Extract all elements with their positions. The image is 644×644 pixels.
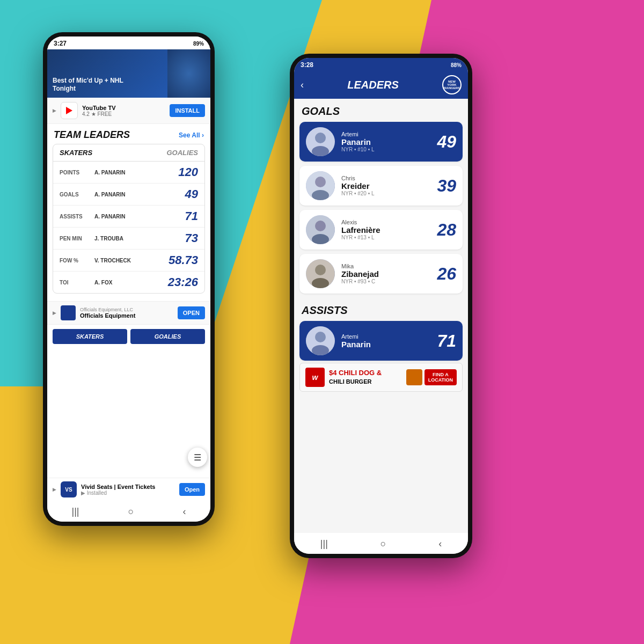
vivid-seats-ad: ▶ VS Vivid Seats | Event Tickets ▶ Insta…	[47, 478, 210, 501]
phone-left-inner: 3:27 89% Best of Mic'd Up + NHL Tonight …	[47, 36, 210, 522]
kreider-info: Chris Kreider NYR • #20 • L	[341, 175, 430, 196]
svg-point-10	[315, 265, 326, 275]
stat-label-toi: TOI	[60, 280, 94, 286]
stat-player-toi: A. FOX	[94, 280, 160, 286]
svg-point-4	[315, 177, 326, 187]
goals-player-lafreniere[interactable]: Alexis Lafrenière NYR • #13 • L 28	[299, 210, 463, 250]
panarin-assists-info: Artemi Panarin	[341, 333, 430, 349]
panarin-avatar	[306, 127, 335, 156]
goals-player-panarin[interactable]: Artemi Panarin NYR • #10 • L 49	[299, 122, 463, 162]
panarin-goals-stat: 49	[437, 132, 456, 152]
stat-value-goals: 49	[160, 187, 198, 201]
status-bar-right: 3:28 88%	[294, 58, 468, 71]
hero-title-line1: Best of Mic'd Up + NHL	[53, 77, 123, 85]
panarin-info: Artemi Panarin NYR • #10 • L	[341, 131, 430, 152]
lafreniere-last: Lafrenière	[341, 225, 430, 235]
stat-player-goals: A. PANARIN	[94, 192, 160, 197]
zibanejad-goals-stat: 26	[437, 264, 456, 284]
back-button-right[interactable]: ‹	[301, 79, 304, 91]
time-left: 3:27	[54, 40, 67, 47]
vivid-icon: VS	[61, 481, 77, 497]
stat-row-fow: FOW % V. TROCHECK 58.73	[53, 250, 204, 272]
hero-player-image	[167, 49, 210, 98]
stat-row-penmin: PEN MIN J. TROUBA 73	[53, 228, 204, 250]
lafreniere-goals-stat: 28	[437, 220, 456, 240]
wendys-action: FIND ALOCATION	[406, 369, 457, 385]
phone-right-inner: 3:28 88% ‹ LEADERS NEW YORKRANGERS GOALS	[294, 58, 468, 554]
zibanejad-last: Zibanejad	[341, 269, 430, 279]
status-icons-left: 89%	[193, 41, 204, 47]
nav-recents-right[interactable]: |||	[320, 538, 328, 550]
officials-name: Officials Equipment	[80, 312, 173, 319]
vivid-open-button[interactable]: Open	[179, 483, 205, 496]
stat-value-penmin: 73	[160, 231, 198, 245]
stat-row-points: POINTS A. PANARIN 120	[53, 162, 204, 184]
nav-bar-right: ||| ○ ‹	[294, 533, 468, 554]
nav-back-left[interactable]: ‹	[182, 506, 186, 517]
see-all-link[interactable]: See All ›	[179, 131, 204, 139]
assists-player-panarin[interactable]: Artemi Panarin 71	[299, 321, 463, 361]
stat-label-points: POINTS	[60, 170, 94, 175]
zibanejad-info: Mika Zibanejad NYR • #93 • C	[341, 263, 430, 284]
leaders-title: LEADERS	[308, 79, 438, 91]
kreider-first: Chris	[341, 175, 430, 181]
lafreniere-first: Alexis	[341, 219, 430, 225]
battery-left: 89%	[193, 41, 204, 47]
goals-player-kreider[interactable]: Chris Kreider NYR • #20 • L 39	[299, 166, 463, 206]
zibanejad-meta: NYR • #93 • C	[341, 279, 430, 284]
tab-buttons: SKATERS GOALIES	[47, 325, 210, 348]
officials-ad-banner: ▶ Officials Equipment, LLC Officials Equ…	[47, 301, 210, 325]
stat-row-assists: ASSISTS A. PANARIN 71	[53, 206, 204, 228]
officials-company: Officials Equipment, LLC	[80, 307, 173, 312]
wendys-ad-banner: w $4 CHILI DOG & CHILI BURGER FIND ALOCA…	[299, 363, 463, 392]
leaders-header: ‹ LEADERS NEW YORKRANGERS	[294, 71, 468, 99]
svg-point-1	[315, 133, 326, 143]
panarin-meta: NYR • #10 • L	[341, 147, 430, 152]
youtube-ad-info: YouTube TV 4.2 ★ FREE	[82, 105, 165, 117]
team-leaders-header: TEAM LEADERS See All ›	[47, 124, 210, 144]
panarin-assists-first: Artemi	[341, 333, 430, 340]
panarin-assists-stat: 71	[437, 331, 456, 351]
svg-point-7	[315, 221, 326, 231]
wendys-logo: w	[305, 368, 325, 387]
status-icons-right: 88%	[451, 62, 462, 68]
find-location-button[interactable]: FIND ALOCATION	[425, 369, 457, 385]
panarin-assists-last: Panarin	[341, 340, 430, 349]
hero-title-line2: Tonight	[53, 85, 123, 93]
stat-label-goals: GOALS	[60, 192, 94, 197]
leaders-table: SKATERS GOALIES POINTS A. PANARIN 120 GO…	[53, 144, 205, 294]
stat-player-fow: V. TROCHECK	[94, 258, 160, 264]
nav-recents-left[interactable]: |||	[72, 506, 79, 517]
hero-text: Best of Mic'd Up + NHL Tonight	[53, 77, 123, 93]
stat-label-penmin: PEN MIN	[60, 236, 94, 241]
nav-bar-left: ||| ○ ‹	[47, 501, 210, 522]
stat-label-assists: ASSISTS	[60, 214, 94, 219]
nav-back-right[interactable]: ‹	[438, 538, 442, 550]
lafreniere-info: Alexis Lafrenière NYR • #13 • L	[341, 219, 430, 240]
zibanejad-avatar	[306, 259, 335, 288]
youtube-icon	[61, 102, 78, 119]
officials-info: Officials Equipment, LLC Officials Equip…	[80, 307, 173, 319]
status-bar-left: 3:27 89%	[47, 36, 210, 49]
yt-play-icon	[66, 107, 72, 114]
nav-home-left[interactable]: ○	[128, 506, 134, 517]
fab-menu-button[interactable]: ☰	[188, 448, 207, 467]
svg-point-13	[315, 332, 326, 342]
goals-player-zibanejad[interactable]: Mika Zibanejad NYR • #93 • C 26	[299, 254, 463, 294]
battery-right: 88%	[451, 62, 462, 68]
officials-open-button[interactable]: OPEN	[178, 306, 205, 319]
hero-banner: Best of Mic'd Up + NHL Tonight	[47, 49, 210, 98]
wendys-text: $4 CHILI DOG & CHILI BURGER	[329, 369, 402, 385]
nav-home-right[interactable]: ○	[380, 538, 386, 550]
skaters-tab[interactable]: SKATERS	[53, 329, 127, 344]
stat-row-toi: TOI A. FOX 23:26	[53, 272, 204, 293]
ad-indicator-left: ▶	[53, 108, 56, 113]
youtube-ad-rating: 4.2 ★ FREE	[82, 111, 165, 117]
officials-icon	[61, 305, 76, 320]
install-button[interactable]: INSTALL	[170, 104, 205, 117]
stat-row-goals: GOALS A. PANARIN 49	[53, 184, 204, 206]
phone-right: 3:28 88% ‹ LEADERS NEW YORKRANGERS GOALS	[290, 54, 472, 558]
vivid-name: Vivid Seats | Event Tickets	[81, 484, 175, 490]
goalies-tab[interactable]: GOALIES	[130, 329, 205, 344]
vivid-info: Vivid Seats | Event Tickets ▶ Installed	[81, 484, 175, 496]
